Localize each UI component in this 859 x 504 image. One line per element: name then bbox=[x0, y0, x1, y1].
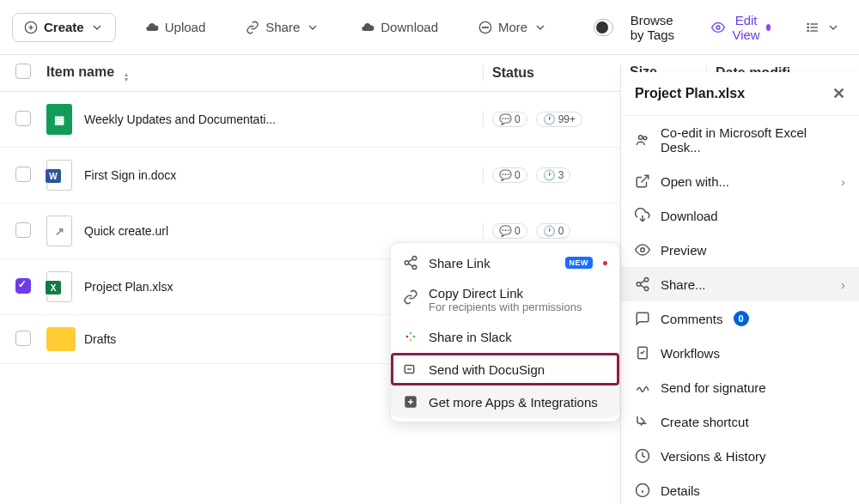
plus-circle-icon bbox=[23, 20, 39, 35]
comments-pill[interactable]: 💬0 bbox=[492, 112, 527, 127]
folder-icon bbox=[46, 327, 76, 351]
panel-item-details[interactable]: Details bbox=[621, 473, 859, 504]
panel-item-coedit[interactable]: Co-edit in Microsoft Excel Desk... bbox=[621, 116, 859, 164]
submenu-copy-direct[interactable]: Copy Direct Link For recipients with per… bbox=[391, 279, 619, 320]
panel-item-comments[interactable]: Comments 0 bbox=[621, 301, 859, 336]
submenu-label: Send with DocuSign bbox=[429, 362, 545, 377]
browse-tags-toggle[interactable] bbox=[594, 19, 612, 36]
versions-pill[interactable]: 🕐99+ bbox=[536, 112, 582, 127]
panel-item-shortcut[interactable]: Create shortcut bbox=[621, 404, 859, 439]
versions-pill[interactable]: 🕐0 bbox=[536, 223, 571, 239]
chevron-right-icon: › bbox=[841, 277, 845, 292]
panel-label: Versions & History bbox=[661, 449, 766, 464]
versions-count: 3 bbox=[558, 169, 564, 181]
svg-point-13 bbox=[807, 30, 808, 31]
chevron-down-icon bbox=[825, 20, 841, 35]
col-status-label: Status bbox=[492, 65, 534, 81]
panel-item-versions[interactable]: Versions & History bbox=[621, 439, 859, 473]
excel-file-icon bbox=[46, 271, 72, 302]
create-button[interactable]: Create bbox=[12, 13, 116, 42]
svg-rect-37 bbox=[410, 339, 412, 342]
file-name: First Sign in.docx bbox=[84, 168, 483, 182]
svg-line-16 bbox=[642, 175, 649, 182]
svg-rect-35 bbox=[410, 332, 412, 335]
versions-count: 0 bbox=[558, 225, 564, 237]
clipboard-icon bbox=[635, 345, 650, 361]
panel-item-download[interactable]: Download bbox=[621, 198, 859, 233]
edit-view-label: Edit View bbox=[731, 13, 762, 42]
panel-item-preview[interactable]: Preview bbox=[621, 233, 859, 267]
col-status-header[interactable]: Status bbox=[483, 65, 620, 81]
submenu-subtext: For recipients with permissions bbox=[429, 301, 582, 313]
svg-point-20 bbox=[644, 287, 649, 291]
spreadsheet-icon: ▦ bbox=[46, 104, 72, 135]
select-all-checkbox[interactable] bbox=[15, 64, 31, 79]
info-icon bbox=[635, 483, 650, 498]
svg-point-31 bbox=[412, 265, 417, 270]
svg-point-6 bbox=[487, 27, 488, 27]
clock-icon bbox=[635, 448, 650, 464]
svg-point-17 bbox=[641, 248, 645, 252]
browse-tags-label: Browse by Tags bbox=[631, 13, 682, 42]
row-checkbox[interactable] bbox=[15, 111, 31, 126]
col-name-label: Item name bbox=[46, 64, 114, 79]
download-button[interactable]: Download bbox=[349, 13, 449, 42]
slack-icon bbox=[403, 329, 418, 344]
panel-item-share[interactable]: Share... › bbox=[621, 267, 859, 301]
plus-square-icon bbox=[403, 394, 418, 410]
panel-label: Details bbox=[661, 483, 700, 498]
comments-pill[interactable]: 💬0 bbox=[492, 223, 527, 239]
external-link-icon bbox=[635, 173, 650, 189]
cloud-download-icon bbox=[360, 20, 375, 35]
row-checkbox[interactable] bbox=[15, 167, 31, 182]
more-button[interactable]: More bbox=[466, 13, 559, 42]
people-icon bbox=[635, 132, 650, 148]
comments-pill[interactable]: 💬0 bbox=[492, 167, 527, 183]
versions-pill[interactable]: 🕐3 bbox=[536, 167, 571, 183]
list-icon bbox=[805, 20, 820, 35]
svg-point-7 bbox=[716, 26, 720, 29]
svg-rect-34 bbox=[406, 336, 409, 338]
signature-icon bbox=[635, 380, 650, 395]
link-icon bbox=[245, 20, 260, 35]
upload-button[interactable]: Upload bbox=[133, 13, 217, 42]
submenu-slack[interactable]: Share in Slack bbox=[391, 320, 619, 353]
panel-label: Download bbox=[661, 209, 718, 223]
svg-line-21 bbox=[640, 281, 644, 283]
submenu-get-more[interactable]: Get more Apps & Integrations bbox=[391, 386, 619, 418]
eye-icon bbox=[710, 20, 726, 35]
submenu-docusign[interactable]: Send with DocuSign bbox=[391, 353, 619, 386]
panel-label: Co-edit in Microsoft Excel Desk... bbox=[661, 125, 845, 155]
new-dot-icon bbox=[603, 261, 607, 265]
new-badge: NEW bbox=[565, 257, 594, 269]
panel-title: Project Plan.xlsx bbox=[635, 86, 745, 101]
share-button[interactable]: Share bbox=[234, 13, 332, 42]
row-checkbox[interactable] bbox=[15, 331, 31, 346]
panel-item-workflows[interactable]: Workflows bbox=[621, 336, 859, 370]
panel-header: Project Plan.xlsx ✕ bbox=[621, 72, 859, 116]
svg-line-32 bbox=[408, 259, 412, 262]
col-name-header[interactable]: Item name ▲▼ bbox=[46, 64, 483, 82]
svg-point-19 bbox=[637, 282, 641, 287]
eye-icon bbox=[635, 242, 650, 258]
submenu-share-link[interactable]: Share Link NEW bbox=[391, 246, 619, 279]
indicator-dot-icon bbox=[766, 24, 771, 31]
panel-label: Workflows bbox=[661, 346, 720, 361]
svg-point-14 bbox=[639, 136, 643, 140]
comments-count: 0 bbox=[515, 113, 521, 125]
close-icon[interactable]: ✕ bbox=[832, 84, 845, 103]
panel-item-signature[interactable]: Send for signature bbox=[621, 370, 859, 404]
submenu-label: Copy Direct Link bbox=[429, 286, 523, 301]
row-checkbox[interactable] bbox=[15, 278, 31, 294]
submenu-label: Share in Slack bbox=[429, 330, 512, 344]
panel-item-open-with[interactable]: Open with... › bbox=[621, 164, 859, 198]
chevron-down-icon bbox=[305, 20, 320, 35]
link-icon bbox=[403, 289, 418, 305]
edit-view-button[interactable]: Edit View bbox=[699, 6, 782, 49]
cloud-upload-icon bbox=[144, 20, 160, 35]
docusign-icon bbox=[403, 361, 418, 377]
row-checkbox[interactable] bbox=[15, 222, 31, 238]
svg-point-11 bbox=[807, 23, 808, 24]
view-options-button[interactable] bbox=[799, 13, 847, 42]
chevron-down-icon bbox=[533, 20, 548, 35]
